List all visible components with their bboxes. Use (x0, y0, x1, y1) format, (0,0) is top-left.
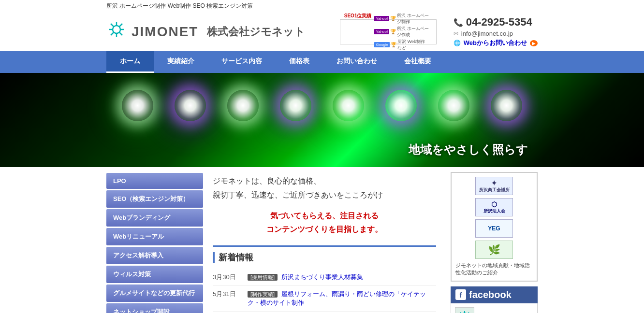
seo-badge: SEO1位実績 Yahoo! 🏆 所沢 ホームページ制作 Yahoo! 🏆 所沢… (340, 19, 437, 44)
light-2 (175, 90, 206, 121)
light-5 (333, 90, 364, 121)
yahoo-icon: Yahoo! (374, 16, 389, 21)
topbar: 所沢 ホームページ制作 Web制作 SEO 検索エンジン対策 (0, 0, 644, 12)
chamber-logo-yeg: YEG (475, 219, 513, 238)
logo-icon (106, 19, 127, 44)
right-sidebar: ✦所沢商工会議所 ⬡所沢法人会 YEG 🌿 ジモネットの地域貢献・地域活性化活動… (446, 167, 538, 313)
main-body: LPO SEO（検索エンジン対策） Webブランディング Webリニューアル ア… (0, 167, 644, 313)
fb-icon: f (455, 289, 466, 300)
phone-icon: 📞 (454, 18, 463, 27)
fb-avatar (455, 307, 474, 313)
facebook-content: ジモネット 👍 いいね！ 110 (451, 303, 538, 313)
nav-item-services[interactable]: サービス内容 (208, 51, 276, 73)
news-tag-2: [制作実績] (248, 291, 278, 298)
hero-lights (111, 90, 533, 121)
email-icon: ✉ (454, 30, 458, 37)
news-title: 新着情報 (219, 252, 253, 263)
news-link-1[interactable]: 所沢まちづくり事業人材募集 (281, 273, 363, 281)
contact-info: 📞 04-2925-5354 ✉ info@jimonet.co.jp 🌐 We… (454, 16, 538, 47)
news-date-2: 5月31日 (213, 290, 242, 299)
sidebar-item-renewal[interactable]: Webリニューアル (106, 228, 203, 245)
globe-icon: 🌐 (454, 40, 461, 46)
svg-line-8 (111, 32, 114, 35)
highlight-line2: コンテンツづくりを目指します。 (213, 223, 436, 237)
sidebar-item-gourmet[interactable]: グルメサイトなどの更新代行 (106, 285, 203, 302)
facebook-box: f facebook (451, 286, 538, 313)
phone-row: 📞 04-2925-5354 (454, 16, 538, 28)
intro-line1: ジモネットは、良心的な価格、 (213, 174, 436, 188)
sidebar-item-lpo[interactable]: LPO (106, 173, 203, 189)
web-contact-row[interactable]: 🌐 Webからお問い合わせ ▶ (454, 39, 538, 47)
nav-item-about[interactable]: 会社概要 (391, 51, 445, 73)
google-icon: Google (374, 42, 390, 47)
arrow-icon: ▶ (530, 40, 538, 46)
company-name: 株式会社ジモネット (207, 25, 305, 39)
center-content: ジモネットは、良心的な価格、 親切丁寧、迅速な、ご近所づきあいをこころがけ 気づ… (203, 167, 446, 313)
news-tag-1: [採用情報] (248, 274, 278, 281)
facebook-header: f facebook (451, 286, 538, 303)
news-text-2: [制作実績] 屋根リフォーム、雨漏り・雨どい修理の「ケイテック・横のサイト制作 (248, 290, 436, 307)
sidebar-item-branding[interactable]: Webブランディング (106, 209, 203, 227)
hero-tagline: 地域をやさしく照らす (409, 142, 528, 157)
medal-yahoo: 🏆 (390, 16, 396, 21)
chamber-logo-2: ⬡所沢法人会 (475, 198, 513, 216)
seo-badge-rows: Yahoo! 🏆 所沢 ホームページ制作 Yahoo! 🏆 所沢 ホームページ作… (374, 13, 432, 51)
news-item-1: 3月30日 [採用情報] 所沢まちづくり事業人材募集 (213, 269, 436, 286)
light-6 (385, 90, 417, 121)
light-4 (280, 90, 311, 121)
email-address[interactable]: info@jimonet.co.jp (461, 30, 513, 37)
fb-profile: ジモネット (455, 307, 533, 313)
logo-text: JIMONET (132, 24, 198, 40)
highlight-line1: 気づいてもらえる、注目される (213, 209, 436, 223)
header: JIMONET 株式会社ジモネット SEO1位実績 Yahoo! 🏆 所沢 ホー… (0, 12, 644, 51)
news-header: 新着情報 (213, 252, 436, 263)
phone-number[interactable]: 04-2925-5354 (466, 16, 532, 28)
svg-line-6 (119, 32, 122, 35)
news-section: 新着情報 3月30日 [採用情報] 所沢まちづくり事業人材募集 5月31日 [制… (213, 245, 436, 312)
medal-google: 🏆 (391, 42, 396, 47)
nav-item-contact[interactable]: お問い合わせ (323, 51, 391, 73)
fb-title: facebook (469, 289, 512, 300)
sidebar-item-analytics[interactable]: アクセス解析導入 (106, 247, 203, 264)
nav-item-achievements[interactable]: 実績紹介 (154, 51, 208, 73)
light-8 (491, 90, 522, 121)
nav: ホーム 実績紹介 サービス内容 価格表 お問い合わせ 会社概要 (0, 51, 644, 73)
sidebar-item-seo[interactable]: SEO（検索エンジン対策） (106, 190, 203, 208)
chamber-logo-1: ✦所沢商工会議所 (475, 177, 513, 195)
email-row: ✉ info@jimonet.co.jp (454, 30, 538, 37)
news-title-bar (213, 252, 215, 263)
hero-banner: 地域をやさしく照らす (0, 73, 644, 167)
svg-point-0 (113, 26, 120, 33)
chamber-logos: ✦所沢商工会議所 ⬡所沢法人会 YEG 🌿 (455, 177, 533, 259)
svg-line-5 (111, 24, 114, 27)
medal-yahoo-2: 🏆 (390, 29, 396, 34)
topbar-text: 所沢 ホームページ制作 Web制作 SEO 検索エンジン対策 (106, 2, 253, 9)
news-date-1: 3月30日 (213, 273, 242, 282)
light-1 (122, 90, 153, 121)
news-text-1: [採用情報] 所沢まちづくり事業人材募集 (248, 273, 363, 282)
left-sidebar: LPO SEO（検索エンジン対策） Webブランディング Webリニューアル ア… (106, 167, 203, 313)
light-3 (227, 90, 259, 121)
light-7 (438, 90, 469, 121)
chamber-box: ✦所沢商工会議所 ⬡所沢法人会 YEG 🌿 ジモネットの地域貢献・地域活性化活動… (451, 172, 538, 282)
chamber-desc: ジモネットの地域貢献・地域活性化活動のご紹介 (455, 262, 533, 277)
logo-area: JIMONET 株式会社ジモネット (106, 19, 305, 44)
nav-item-pricing[interactable]: 価格表 (276, 51, 323, 73)
sidebar-item-virus[interactable]: ウィルス対策 (106, 266, 203, 283)
yahoo-icon-2: Yahoo! (374, 29, 389, 34)
sidebar-item-shop[interactable]: ネットショップ開設 (106, 303, 203, 313)
seo-badge-title: SEO1位実績 (344, 13, 372, 19)
chamber-logo-eco: 🌿 (475, 241, 513, 259)
intro-line2: 親切丁寧、迅速な、ご近所づきあいをこころがけ (213, 188, 436, 202)
nav-item-home[interactable]: ホーム (106, 51, 154, 73)
svg-line-7 (119, 24, 122, 27)
news-item-2: 5月31日 [制作実績] 屋根リフォーム、雨漏り・雨どい修理の「ケイテック・横の… (213, 286, 436, 312)
web-contact-link[interactable]: Webからお問い合わせ (464, 39, 527, 47)
